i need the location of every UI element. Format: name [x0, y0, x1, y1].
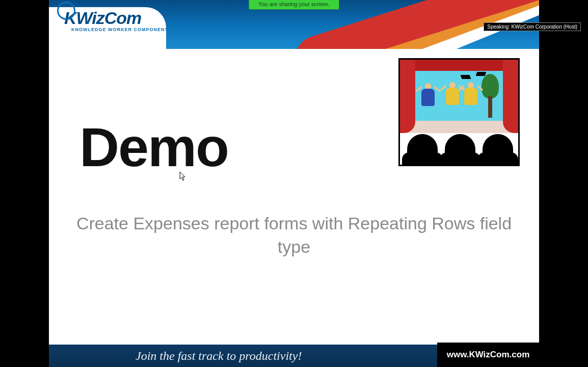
brand-subtitle: KNOWLEDGE WORKER COMPONENTS [71, 27, 172, 32]
audience-silhouette-icon [407, 134, 438, 165]
presentation-slide-area: KWizCom KNOWLEDGE WORKER COMPONENTS Demo… [49, 0, 539, 367]
clipart-bat-icon [461, 75, 471, 79]
theater-clipart [398, 58, 520, 166]
screen-share-banner[interactable]: You are sharing your screen. [249, 0, 339, 10]
clipart-curtain-right [503, 60, 518, 133]
clipart-curtain-left [400, 60, 415, 133]
clipart-actor-icon [463, 82, 478, 105]
brand-logo-text: KWizCom [57, 8, 141, 28]
clipart-curtain-top [400, 60, 518, 71]
brand-logo: KWizCom KNOWLEDGE WORKER COMPONENTS [57, 8, 172, 32]
clipart-tree-icon [482, 74, 499, 119]
slide-footer: Join the fast track to productivity! www… [49, 345, 539, 367]
speaking-indicator: Speaking: KWizCom Corporation (Host) [484, 22, 581, 31]
footer-url-box: www.KWizCom.com [437, 343, 539, 367]
slide-body: Demo Create Expenses report forms with R… [49, 49, 539, 345]
footer-url: www.KWizCom.com [447, 350, 530, 360]
audience-silhouette-icon [445, 134, 475, 165]
clipart-audience [400, 133, 518, 165]
clipart-bat-icon [476, 72, 487, 76]
footer-tagline: Join the fast track to productivity! [136, 349, 302, 363]
slide-subtitle: Create Expenses report forms with Repeat… [49, 212, 539, 259]
clipart-actor-icon [420, 83, 436, 106]
brand-name: KWizCom [64, 8, 141, 28]
clipart-actor-icon [445, 82, 460, 105]
logo-ring-icon [57, 2, 75, 20]
slide-title: Demo [79, 115, 228, 179]
audience-silhouette-icon [483, 134, 513, 165]
clipart-stage-floor [400, 121, 518, 133]
